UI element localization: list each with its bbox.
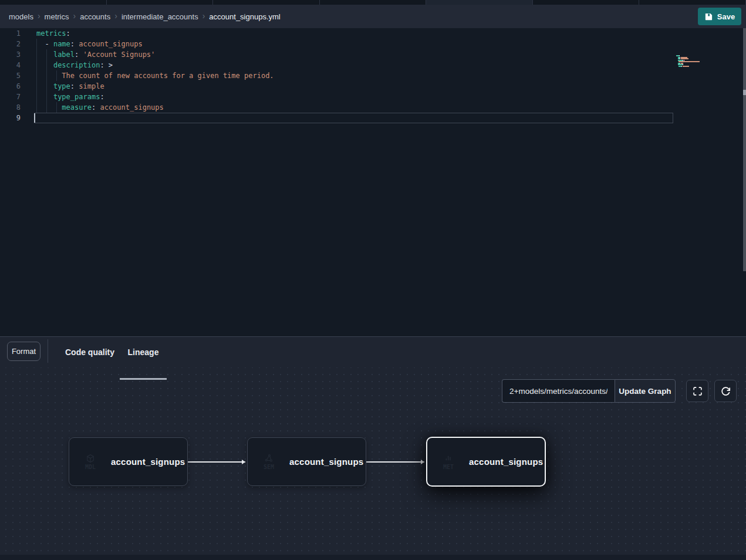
code-line[interactable]: 6 type: simple	[0, 81, 746, 92]
lineage-selector-group: Update Graph	[502, 379, 676, 403]
bottom-panel: Format Code quality Lineage Update Graph	[0, 336, 746, 560]
lineage-selector-input[interactable]	[502, 379, 615, 403]
edge-arrow	[242, 460, 245, 464]
lineage-node-semantic-model[interactable]: SEM account_signups	[247, 437, 366, 486]
window-tab[interactable]	[426, 0, 533, 5]
save-icon	[704, 12, 713, 21]
code-text: description: >	[36, 60, 113, 70]
tab-code-quality[interactable]: Code quality	[62, 337, 118, 367]
fullscreen-button[interactable]	[686, 380, 708, 402]
code-editor[interactable]: 1metrics:2 - name: account_signups3 labe…	[0, 28, 746, 336]
fullscreen-icon	[693, 386, 703, 396]
current-line-highlight	[34, 113, 673, 123]
header-bar: models›metrics›accounts›intermediate_acc…	[0, 5, 746, 28]
semantic-graph-icon	[264, 454, 274, 463]
code-line[interactable]: 8 measure: account_signups	[0, 102, 746, 113]
refresh-icon	[721, 386, 731, 396]
node-label: account_signups	[289, 457, 363, 467]
lineage-canvas[interactable]: Update Graph	[0, 367, 746, 560]
breadcrumb-item[interactable]: intermediate_accounts	[121, 12, 198, 21]
metric-badge: MET	[437, 450, 460, 474]
line-number: 6	[0, 81, 21, 92]
line-number: 2	[0, 39, 21, 49]
model-cube-icon	[86, 454, 95, 463]
edge-arrow	[421, 460, 424, 464]
code-text: - name: account_signups	[36, 39, 143, 49]
minimap-line	[676, 67, 710, 68]
save-label: Save	[717, 12, 735, 21]
badge-label: SEM	[264, 464, 274, 470]
code-line[interactable]: 7 type_params:	[0, 92, 746, 102]
line-number: 7	[0, 92, 21, 102]
badge-label: MET	[443, 464, 454, 470]
breadcrumb-item[interactable]: metrics	[45, 12, 69, 21]
breadcrumb-separator-icon: ›	[114, 12, 117, 20]
semantic-badge: SEM	[257, 450, 281, 474]
badge-label: MDL	[85, 464, 96, 470]
minimap[interactable]	[676, 55, 710, 69]
breadcrumb-item[interactable]: account_signups.yml	[209, 12, 280, 21]
code-line[interactable]: 3 label: 'Account Signups'	[0, 49, 746, 60]
app-window: models›metrics›accounts›intermediate_acc…	[0, 0, 746, 560]
refresh-button[interactable]	[714, 380, 737, 402]
editor-scrollbar[interactable]	[743, 28, 746, 271]
line-number: 1	[0, 28, 21, 39]
update-graph-button[interactable]: Update Graph	[615, 379, 676, 403]
code-text: label: 'Account Signups'	[36, 49, 155, 60]
scrollbar-marker	[743, 90, 746, 95]
window-tab[interactable]	[533, 0, 640, 5]
metric-chart-icon	[444, 454, 453, 463]
window-tab[interactable]	[213, 0, 320, 5]
window-tab[interactable]	[639, 0, 746, 5]
code-line[interactable]: 5 The count of new accounts for a given …	[0, 70, 746, 81]
code-text: The count of new accounts for a given ti…	[36, 70, 274, 81]
code-line[interactable]: 4 description: >	[0, 60, 746, 70]
lineage-node-metric[interactable]: MET account_signups	[426, 437, 546, 487]
node-label: account_signups	[469, 457, 543, 467]
code-text: type: simple	[36, 81, 104, 92]
breadcrumb[interactable]: models›metrics›accounts›intermediate_acc…	[0, 12, 281, 21]
tab-lineage[interactable]: Lineage	[120, 337, 167, 367]
window-tab[interactable]	[107, 0, 214, 5]
code-text: measure: account_signups	[36, 102, 164, 113]
code-line[interactable]: 1metrics:	[0, 28, 746, 39]
breadcrumb-separator-icon: ›	[73, 12, 76, 20]
window-tab[interactable]	[0, 0, 107, 5]
text-cursor	[34, 113, 35, 123]
breadcrumb-separator-icon: ›	[38, 12, 40, 20]
lineage-node-model[interactable]: MDL account_signups	[69, 437, 188, 486]
line-number: 9	[0, 113, 21, 123]
window-tab-strip[interactable]	[0, 0, 746, 5]
window-tab[interactable]	[320, 0, 427, 5]
breadcrumb-item[interactable]: accounts	[80, 12, 110, 21]
lineage-edge	[366, 461, 424, 463]
breadcrumb-separator-icon: ›	[202, 12, 205, 20]
code-lines: 1metrics:2 - name: account_signups3 labe…	[0, 28, 746, 123]
model-badge: MDL	[79, 450, 102, 474]
code-line[interactable]: 2 - name: account_signups	[0, 39, 746, 49]
line-number: 8	[0, 102, 21, 113]
line-number: 5	[0, 70, 21, 81]
format-button[interactable]: Format	[7, 342, 40, 361]
code-text: metrics:	[36, 28, 70, 39]
lineage-edge	[188, 461, 245, 463]
breadcrumb-item[interactable]: models	[9, 12, 33, 21]
line-number: 4	[0, 60, 21, 70]
save-button[interactable]: Save	[698, 8, 741, 25]
node-label: account_signups	[111, 457, 185, 467]
code-text: type_params:	[36, 92, 104, 102]
tab-divider	[48, 339, 48, 363]
tab-code-quality-label: Code quality	[65, 348, 114, 357]
line-number: 3	[0, 49, 21, 60]
bottom-edge-strip	[0, 555, 746, 560]
panel-tab-bar: Format Code quality Lineage	[0, 337, 746, 367]
tab-lineage-label: Lineage	[128, 348, 159, 357]
